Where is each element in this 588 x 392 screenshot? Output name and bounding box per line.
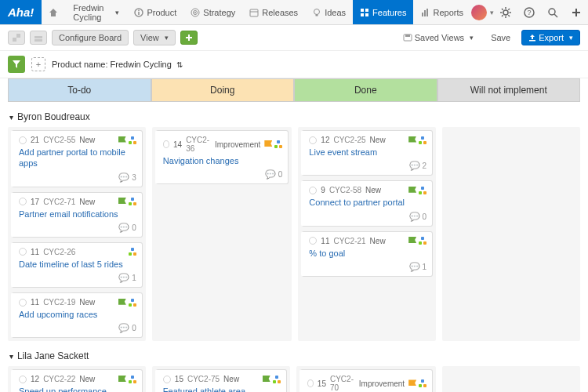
export-button[interactable]: Export▾ bbox=[521, 30, 580, 45]
nav-ideas[interactable]: Ideas bbox=[305, 0, 353, 24]
column-header-doing[interactable]: Doing bbox=[151, 78, 295, 102]
help-button[interactable]: ? bbox=[517, 0, 541, 24]
user-menu[interactable]: ▾ bbox=[470, 0, 494, 24]
gear-icon bbox=[500, 7, 511, 18]
board-column[interactable] bbox=[442, 366, 580, 392]
column-header-wont[interactable]: Will not implement bbox=[437, 78, 581, 102]
nav-home[interactable] bbox=[42, 0, 65, 24]
flag-icon bbox=[408, 136, 416, 143]
nav-reports[interactable]: Reports bbox=[413, 0, 470, 24]
swimlane-header[interactable]: ▾Byron Boudreaux bbox=[8, 107, 580, 127]
svg-rect-13 bbox=[365, 13, 368, 16]
feature-card[interactable]: 12 CYC2-22 New Speed up performance 💬0 bbox=[11, 369, 143, 392]
svg-rect-10 bbox=[361, 9, 364, 12]
view-button[interactable]: View▾ bbox=[133, 30, 176, 45]
card-title[interactable]: Speed up performance bbox=[19, 386, 136, 392]
card-title[interactable]: % to goal bbox=[309, 248, 426, 259]
card-ref: CYC2-55 bbox=[43, 136, 75, 144]
feature-card[interactable]: 11 CYC2-21 New % to goal 💬1 bbox=[301, 231, 433, 277]
card-title[interactable]: Featured athlete area bbox=[163, 386, 281, 392]
swimlane-header[interactable]: ▾Lila Jane Sackett bbox=[8, 346, 580, 366]
card-title[interactable]: Navigation changes bbox=[163, 155, 283, 166]
calendar-icon bbox=[249, 8, 259, 17]
comment-count: 2 bbox=[423, 162, 427, 170]
feature-card[interactable]: 11 CYC2-26 Date timeline of last 5 rides… bbox=[11, 242, 143, 288]
svg-line-25 bbox=[502, 15, 503, 16]
feature-card[interactable]: 15 CYC2-75 New Featured athlete area 💬0 bbox=[155, 369, 287, 392]
hierarchy-icon bbox=[419, 379, 426, 387]
card-status: New bbox=[370, 237, 386, 245]
grid-icon bbox=[360, 8, 369, 17]
card-title[interactable]: Add upcoming races bbox=[19, 309, 136, 320]
swimlane-columns: 21 CYC2-55 New Add partner portal to mob… bbox=[8, 127, 580, 341]
add-button[interactable] bbox=[564, 0, 588, 24]
logo[interactable]: Aha! bbox=[0, 0, 42, 24]
nav-product[interactable]: Product bbox=[127, 0, 183, 24]
card-effort: 11 bbox=[321, 237, 329, 245]
save-button[interactable]: Save bbox=[485, 31, 517, 45]
nav-strategy[interactable]: Strategy bbox=[183, 0, 242, 24]
card-ref: CYC2-26 bbox=[43, 248, 75, 256]
add-filter-button[interactable]: + bbox=[31, 57, 45, 71]
card-title[interactable]: Date timeline of last 5 rides bbox=[19, 259, 136, 270]
card-title[interactable]: Connect to partner portal bbox=[309, 197, 426, 208]
gear-icon bbox=[19, 198, 27, 205]
card-icons bbox=[118, 376, 136, 383]
hierarchy-icon bbox=[419, 187, 426, 194]
flag-icon bbox=[264, 140, 272, 147]
product-switcher[interactable]: Fredwin Cycling ▾ bbox=[65, 0, 127, 24]
svg-rect-12 bbox=[361, 13, 364, 16]
feature-card[interactable]: 21 CYC2-55 New Add partner portal to mob… bbox=[11, 130, 143, 187]
card-title[interactable]: Live event stream bbox=[309, 147, 426, 158]
card-title[interactable]: Partner email notifications bbox=[19, 209, 136, 220]
saved-views-button[interactable]: Saved Views▾ bbox=[397, 31, 480, 45]
feature-card[interactable]: 17 CYC2-71 New Partner email notificatio… bbox=[11, 192, 143, 238]
feature-card[interactable]: 14 CYC2-36 Improvement Navigation change… bbox=[155, 130, 289, 184]
board-column[interactable] bbox=[442, 127, 580, 341]
card-meta: 11 CYC2-26 bbox=[19, 248, 136, 256]
column-header-done[interactable]: Done bbox=[294, 78, 437, 102]
card-effort: 15 bbox=[175, 375, 183, 383]
flag-icon bbox=[408, 187, 416, 193]
feature-card[interactable]: 12 CYC2-25 New Live event stream 💬2 bbox=[301, 130, 433, 176]
svg-rect-9 bbox=[316, 14, 318, 16]
card-status: New bbox=[79, 198, 95, 206]
column-header-todo[interactable]: To-do bbox=[8, 78, 151, 102]
svg-rect-14 bbox=[422, 13, 423, 16]
filter-button[interactable] bbox=[8, 56, 25, 73]
avatar-icon bbox=[471, 5, 487, 20]
gear-icon bbox=[19, 376, 27, 383]
board-column[interactable]: 12 CYC2-22 New Speed up performance 💬0 bbox=[8, 366, 146, 392]
board-column[interactable]: 15 CYC2-75 New Featured athlete area 💬0 … bbox=[152, 366, 290, 392]
card-footer: 💬3 bbox=[19, 172, 136, 183]
board-column[interactable]: 12 CYC2-25 New Live event stream 💬2 9 CY… bbox=[298, 127, 436, 341]
card-title[interactable]: Add partner portal to mobile apps bbox=[19, 147, 136, 169]
feature-card[interactable]: 15 CYC2-70 Improvement Inventory managem… bbox=[299, 369, 434, 392]
layout-list-button[interactable] bbox=[30, 31, 47, 45]
flag-icon bbox=[118, 376, 126, 382]
add-feature-button[interactable] bbox=[180, 31, 198, 45]
card-effort: 15 bbox=[318, 379, 326, 388]
configure-board-button[interactable]: Configure Board bbox=[52, 30, 129, 45]
board-toolbar: Configure Board View▾ Saved Views▾ Save … bbox=[0, 25, 588, 51]
gear-icon bbox=[309, 187, 317, 194]
filter-chip-product[interactable]: Product name: Fredwin Cycling ⇅ bbox=[52, 60, 183, 69]
card-effort: 14 bbox=[173, 140, 182, 149]
layout-card-button[interactable] bbox=[8, 31, 25, 45]
nav-features[interactable]: Features bbox=[353, 0, 413, 24]
svg-point-8 bbox=[314, 9, 320, 14]
board-column[interactable]: 21 CYC2-55 New Add partner portal to mob… bbox=[8, 127, 146, 341]
feature-card[interactable]: 9 CYC2-58 New Connect to partner portal … bbox=[301, 180, 433, 226]
feature-card[interactable]: 11 CYC2-19 New Add upcoming races 💬0 bbox=[11, 292, 143, 338]
board-column[interactable]: 14 CYC2-36 Improvement Navigation change… bbox=[152, 127, 292, 341]
comment-icon: 💬 bbox=[118, 273, 129, 283]
gear-icon bbox=[19, 248, 27, 256]
swimlane-columns: 12 CYC2-22 New Speed up performance 💬0 1… bbox=[8, 366, 580, 392]
settings-button[interactable] bbox=[494, 0, 517, 24]
board-column[interactable]: 15 CYC2-70 Improvement Inventory managem… bbox=[296, 366, 437, 392]
search-button[interactable] bbox=[541, 0, 564, 24]
card-effort: 11 bbox=[31, 298, 39, 307]
nav-releases[interactable]: Releases bbox=[242, 0, 305, 24]
hierarchy-icon bbox=[129, 248, 136, 256]
card-effort: 12 bbox=[321, 136, 329, 144]
